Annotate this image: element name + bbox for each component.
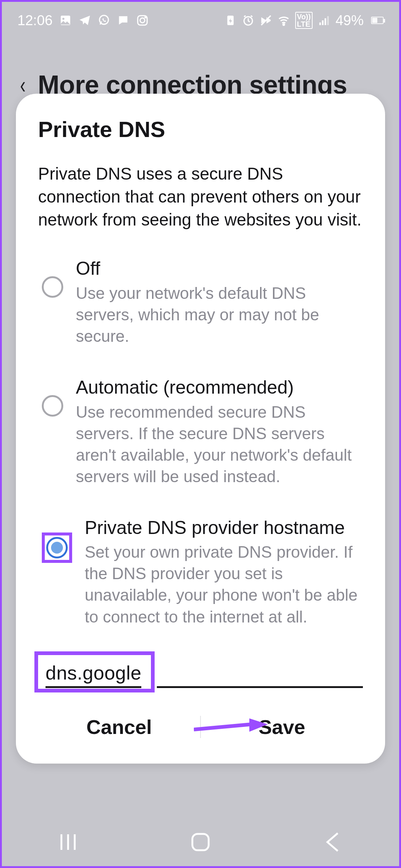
chat-icon [117, 14, 129, 27]
option-hostname[interactable]: Private DNS provider hostname Set your o… [42, 516, 363, 628]
status-bar: 12:06 Vo))LTE 49% [2, 2, 399, 39]
svg-rect-11 [322, 20, 323, 25]
vibrate-icon [260, 14, 272, 27]
signal-icon [318, 14, 330, 27]
svg-rect-12 [324, 18, 326, 25]
wifi-icon [277, 14, 290, 27]
option-automatic[interactable]: Automatic (recommended) Use recommended … [42, 376, 363, 487]
battery-percent: 49% [336, 13, 364, 29]
gallery-icon [59, 14, 72, 27]
radio-hostname[interactable] [46, 537, 68, 558]
save-button[interactable]: Save [201, 707, 363, 747]
status-time: 12:06 [17, 13, 53, 29]
svg-point-5 [145, 17, 146, 18]
radio-off[interactable] [42, 276, 63, 298]
nav-recents-button[interactable] [46, 827, 90, 857]
radio-automatic[interactable] [42, 395, 63, 417]
svg-rect-13 [327, 16, 328, 25]
alarm-icon [242, 14, 255, 27]
dialog-title: Private DNS [38, 117, 363, 142]
whatsapp-icon [98, 14, 110, 27]
input-underline [157, 686, 363, 688]
volte-icon: Vo))LTE [295, 12, 313, 29]
battery-saver-icon [224, 14, 237, 27]
instagram-icon [136, 14, 149, 27]
option-off[interactable]: Off Use your network's default DNS serve… [42, 257, 363, 347]
option-hostname-title: Private DNS provider hostname [85, 516, 363, 540]
android-nav-bar [2, 818, 399, 866]
annotation-highlight-input: dns.google [34, 651, 155, 692]
option-automatic-title: Automatic (recommended) [76, 376, 363, 399]
nav-back-button[interactable] [311, 827, 355, 857]
svg-point-9 [283, 24, 284, 25]
option-off-title: Off [76, 257, 363, 280]
svg-point-1 [63, 18, 65, 20]
battery-icon [371, 17, 384, 24]
hostname-input[interactable]: dns.google [46, 662, 141, 684]
svg-rect-19 [192, 834, 209, 850]
cancel-button[interactable]: Cancel [38, 707, 200, 747]
option-hostname-subtitle: Set your own private DNS provider. If th… [85, 541, 363, 627]
svg-point-4 [140, 18, 145, 23]
back-icon[interactable]: ‹ [20, 71, 26, 99]
option-automatic-subtitle: Use recommended secure DNS servers. If t… [76, 401, 363, 487]
annotation-highlight-radio [42, 533, 72, 563]
svg-rect-10 [319, 23, 321, 25]
dialog-description: Private DNS uses a secure DNS connection… [38, 162, 363, 231]
option-off-subtitle: Use your network's default DNS servers, … [76, 283, 363, 347]
nav-home-button[interactable] [178, 827, 223, 857]
telegram-icon [78, 14, 91, 27]
private-dns-dialog: Private DNS Private DNS uses a secure DN… [16, 94, 385, 764]
hostname-row: dns.google [38, 651, 363, 692]
